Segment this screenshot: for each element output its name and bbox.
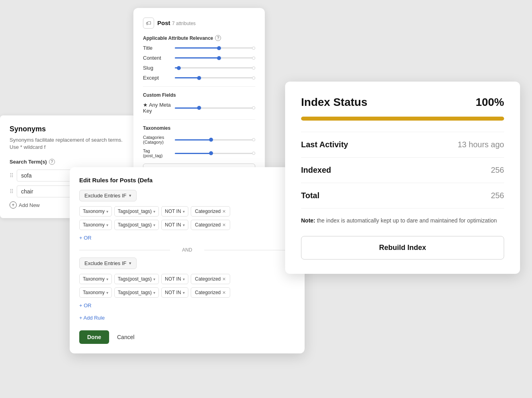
cancel-button[interactable]: Cancel [113, 330, 139, 344]
rebuild-index-button[interactable]: Rebuild Index [301, 236, 504, 259]
add-new-button[interactable]: + Add New [10, 201, 40, 209]
add-rule-button[interactable]: + Add Rule [79, 313, 105, 322]
total-value: 256 [491, 191, 504, 200]
index-status-panel: Index Status 100% Last Activity 13 hours… [285, 82, 520, 274]
remove-chip-2-2-icon[interactable]: ✕ [222, 290, 226, 295]
slider-slug-track[interactable] [175, 67, 255, 68]
exclude-header-1[interactable]: Exclude Entries IF ▾ [79, 190, 137, 201]
value-chip-2-1: Categorized ✕ [191, 274, 231, 284]
taxonomies-label: Taxonomies [143, 125, 255, 131]
operator-select-1-1[interactable]: NOT IN ▾ [161, 206, 188, 217]
rule-group-2: Exclude Entries IF ▾ Taxonomy ▾ Tags(pos… [79, 258, 295, 310]
or-button-2[interactable]: + OR [79, 301, 92, 310]
total-row: Total 256 [301, 191, 504, 200]
rule-row-2-1: Taxonomy ▾ Tags(post_tags) ▾ NOT IN ▾ Ca… [79, 274, 295, 284]
index-percentage: 100% [475, 96, 504, 109]
last-activity-row: Last Activity 13 hours ago [301, 140, 504, 149]
index-status-title: Index Status [301, 96, 367, 109]
slider-categories: Catagories (Catagory) [143, 135, 255, 144]
post-header: 🏷 Post 7 attributes [143, 18, 255, 29]
slider-categories-track[interactable] [175, 139, 255, 140]
type-select-1-2[interactable]: Taxonomy ▾ [79, 220, 112, 230]
value-chip-2-2: Categorized ✕ [191, 287, 231, 298]
slider-content-track[interactable] [175, 57, 255, 59]
operator-select-2-2[interactable]: NOT IN ▾ [161, 287, 188, 298]
field-select-1-2[interactable]: Tags(post_tags) ▾ [114, 220, 159, 230]
synonyms-description: Synonyms facilitate replacement of searc… [10, 137, 126, 151]
or-button-1[interactable]: + OR [79, 233, 92, 242]
exclude-header-2[interactable]: Exclude Entries IF ▾ [79, 258, 137, 269]
stat-divider-4 [301, 208, 504, 209]
search-terms-label: Search Term(s) ? [10, 159, 126, 165]
stat-divider-2 [301, 157, 504, 158]
post-attrs-count: 7 attributes [172, 21, 196, 26]
slider-content-label: Content [143, 55, 171, 61]
rules-footer: Done Cancel [79, 330, 295, 344]
edit-rules-panel: Edit Rules for Posts (Defa Exclude Entri… [70, 167, 305, 353]
indexed-label: Indexed [301, 166, 331, 175]
total-label: Total [301, 191, 319, 200]
operator-select-2-1[interactable]: NOT IN ▾ [161, 274, 188, 284]
edit-rules-title: Edit Rules for Posts (Defa [79, 177, 295, 183]
tag-label: Tag (post_tag) [143, 148, 171, 158]
plus-circle-icon: + [10, 201, 17, 209]
slider-content: Content [143, 55, 255, 61]
note-prefix: Note: [301, 217, 315, 224]
field-select-1-1[interactable]: Tags(post_tags) ▾ [114, 206, 159, 217]
value-chip-1-2: Categorized ✕ [191, 220, 231, 230]
index-header: Index Status 100% [301, 96, 504, 109]
slider-title-track[interactable] [175, 47, 255, 49]
remove-chip-1-1-icon[interactable]: ✕ [222, 209, 226, 214]
categories-label: Catagories (Catagory) [143, 135, 171, 144]
rule-row-1-1: Taxonomy ▾ Tags(post_tags) ▾ NOT IN ▾ Ca… [79, 206, 295, 217]
slider-slug: Slug [143, 65, 255, 71]
indexed-row: Indexed 256 [301, 166, 504, 175]
chevron-down-icon-2: ▾ [129, 261, 131, 266]
type-select-1-1[interactable]: Taxonomy ▾ [79, 206, 112, 217]
remove-chip-2-1-icon[interactable]: ✕ [222, 277, 226, 282]
meta-key-label: ★ Any Meta Key [143, 102, 171, 114]
post-icon: 🏷 [143, 18, 154, 29]
type-select-2-1[interactable]: Taxonomy ▾ [79, 274, 112, 284]
drag-handle-2[interactable]: ⠿ [10, 188, 14, 195]
last-activity-value: 13 hours ago [458, 140, 504, 149]
attr-relevance-panel: 🏷 Post 7 attributes Applicable Attribute… [133, 8, 265, 186]
rule-group-1: Exclude Entries IF ▾ Taxonomy ▾ Tags(pos… [79, 190, 295, 242]
slider-tag: Tag (post_tag) [143, 148, 255, 158]
custom-fields-label: Custom Fields [143, 92, 255, 98]
help-icon: ? [49, 159, 55, 165]
done-button[interactable]: Done [79, 330, 109, 344]
and-separator: AND [79, 247, 295, 253]
slider-title-label: Title [143, 45, 171, 51]
stat-divider-1 [301, 132, 504, 132]
field-select-2-2[interactable]: Tags(post_tags) ▾ [114, 287, 159, 298]
slider-title: Title [143, 45, 255, 51]
post-title: Post [157, 20, 170, 26]
synonyms-title: Synonyms [10, 125, 126, 133]
slider-slug-label: Slug [143, 65, 171, 71]
slider-tag-track[interactable] [175, 153, 255, 154]
slider-except-track[interactable] [175, 77, 255, 78]
slider-except-label: Except [143, 75, 171, 81]
stat-divider-3 [301, 183, 504, 183]
drag-handle-1[interactable]: ⠿ [10, 172, 14, 179]
progress-bar-fill [301, 117, 504, 121]
operator-select-1-2[interactable]: NOT IN ▾ [161, 220, 188, 230]
rule-row-1-2: Taxonomy ▾ Tags(post_tags) ▾ NOT IN ▾ Ca… [79, 220, 295, 230]
field-select-2-1[interactable]: Tags(post_tags) ▾ [114, 274, 159, 284]
note-text: Note: the index is automatically kept up… [301, 217, 504, 225]
slider-meta-key: ★ Any Meta Key [143, 102, 255, 114]
slider-except: Except [143, 75, 255, 81]
chevron-down-icon: ▾ [129, 193, 131, 198]
slider-meta-track[interactable] [175, 107, 255, 109]
attr-help-icon: ? [215, 35, 221, 41]
attr-relevance-label: Applicable Attribute Relevance ? [143, 35, 255, 41]
progress-bar-bg [301, 117, 504, 121]
remove-chip-1-2-icon[interactable]: ✕ [222, 222, 226, 228]
type-select-2-2[interactable]: Taxonomy ▾ [79, 287, 112, 298]
last-activity-label: Last Activity [301, 140, 348, 149]
rule-row-2-2: Taxonomy ▾ Tags(post_tags) ▾ NOT IN ▾ Ca… [79, 287, 295, 298]
indexed-value: 256 [491, 166, 504, 175]
value-chip-1-1: Categorized ✕ [191, 206, 231, 217]
